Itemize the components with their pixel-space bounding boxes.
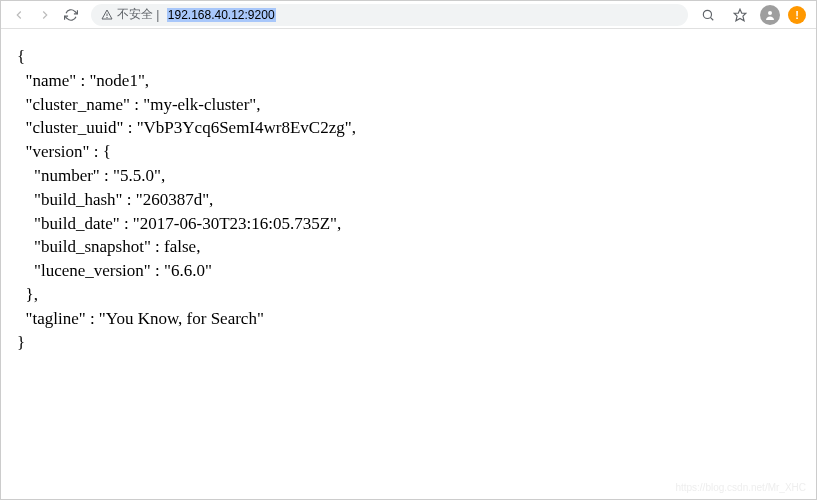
json-build-hash: 260387d (143, 190, 203, 209)
json-lucene-version: 6.6.0 (171, 261, 205, 280)
back-icon[interactable] (7, 3, 31, 27)
json-name: node1 (96, 71, 138, 90)
svg-line-3 (710, 17, 713, 20)
avatar-icon[interactable] (760, 5, 780, 25)
json-tagline: You Know, for Search (106, 309, 257, 328)
json-cluster-name: my-elk-cluster (150, 95, 249, 114)
svg-marker-4 (734, 9, 746, 21)
json-build-snapshot: false (164, 237, 196, 256)
forward-icon[interactable] (33, 3, 57, 27)
warning-icon (101, 9, 113, 21)
svg-point-5 (768, 11, 772, 15)
security-label: 不安全 (117, 6, 153, 23)
reload-icon[interactable] (59, 3, 83, 27)
zoom-icon[interactable] (696, 3, 720, 27)
json-build-date: 2017-06-30T23:16:05.735Z (140, 214, 330, 233)
json-response: { "name" : "node1", "cluster_name" : "my… (1, 29, 816, 370)
star-icon[interactable] (728, 3, 752, 27)
json-cluster-uuid: VbP3Ycq6SemI4wr8EvC2zg (144, 118, 345, 137)
svg-point-1 (107, 17, 108, 18)
toolbar-right: ! (696, 3, 810, 27)
separator: | (153, 8, 163, 22)
json-version-number: 5.5.0 (120, 166, 154, 185)
svg-point-2 (703, 10, 711, 18)
url-text: 192.168.40.12:9200 (167, 8, 276, 22)
address-bar[interactable]: 不安全 | 192.168.40.12:9200 (91, 4, 688, 26)
browser-toolbar: 不安全 | 192.168.40.12:9200 ! (1, 1, 816, 29)
watermark: https://blog.csdn.net/Mr_XHC (675, 482, 806, 493)
notification-badge[interactable]: ! (788, 6, 806, 24)
